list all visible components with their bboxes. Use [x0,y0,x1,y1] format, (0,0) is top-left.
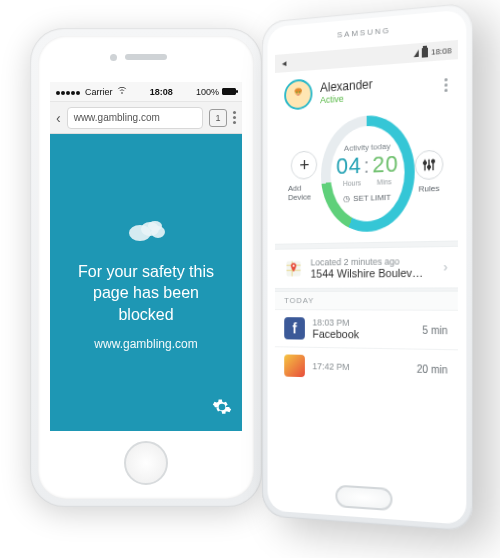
plus-icon: + [291,150,317,180]
rules-button[interactable]: Rules [415,149,444,193]
activity-mins: 20 [372,150,398,178]
samsung-device: SAMSUNG ◄ 18:08 Alexander [262,2,473,531]
browser-nav-bar: ‹ www.gambling.com 1 [50,102,242,134]
add-device-button[interactable]: + Add Device [288,150,321,202]
gear-icon[interactable] [212,397,232,421]
svg-point-3 [151,226,165,238]
rules-label: Rules [419,183,440,193]
set-limit-button[interactable]: ◷ SET LIMIT [344,193,391,204]
blocked-headline: For your safety this page has been block… [64,261,228,326]
back-icon[interactable]: ‹ [56,110,61,126]
chevron-right-icon: › [443,260,447,275]
address-bar[interactable]: www.gambling.com [67,107,203,129]
home-button[interactable] [335,485,392,512]
mins-unit: Mins [377,178,392,186]
blocked-site: www.gambling.com [94,337,197,351]
svg-point-15 [293,265,295,267]
facebook-icon: f [284,317,305,339]
app-row[interactable]: 17:42 PM 20 min [275,346,458,389]
ios-status-bar: Carrier 18:08 100% [50,82,242,102]
avatar [284,78,312,110]
svg-point-11 [424,161,427,164]
battery-icon [222,88,236,95]
home-button[interactable] [124,441,168,485]
hours-unit: Hours [343,179,361,187]
address-url: www.gambling.com [74,112,160,123]
tabs-button[interactable]: 1 [209,109,227,127]
wifi-icon [117,87,127,97]
cloud-icon [126,214,166,249]
tabs-count: 1 [215,113,220,123]
speaker-slot [125,54,167,60]
app-time: 17:42 PM [312,361,349,372]
blocked-page: For your safety this page has been block… [50,134,242,431]
location-row[interactable]: Located 2 minutes ago 1544 Wilshire Boul… [275,247,458,288]
nav-arrow-icon: ◄ [280,58,287,68]
sliders-icon [415,149,444,180]
iphone-screen: Carrier 18:08 100% ‹ www.gambling.com 1 [50,82,242,431]
samsung-screen: ◄ 18:08 Alexander Active [275,40,458,477]
status-time: 18:08 [150,87,173,97]
activity-dashboard: + Add Device Activity today 04 : 20 [275,108,458,244]
activity-hours: 04 [336,152,362,180]
clock-icon: ◷ [344,194,351,203]
set-limit-label: SET LIMIT [353,193,391,204]
status-time: 18:08 [431,45,452,56]
samsung-scene: SAMSUNG ◄ 18:08 Alexander [262,22,500,558]
overflow-menu-icon[interactable] [444,75,447,93]
svg-point-13 [432,159,435,162]
app-duration: 20 min [417,363,448,375]
add-device-label: Add Device [288,183,321,202]
samsung-bezel: SAMSUNG ◄ 18:08 Alexander [268,9,467,524]
overflow-menu-icon[interactable] [233,109,236,126]
app-name: Facebook [312,328,359,341]
battery-icon [422,47,428,57]
front-camera [110,54,117,61]
signal-dots-icon [56,87,81,97]
iphone-bezel: Carrier 18:08 100% ‹ www.gambling.com 1 [38,36,254,499]
today-header: TODAY [275,292,458,310]
app-duration: 5 min [422,324,447,336]
app-time: 18:03 PM [312,317,359,328]
signal-icon [414,49,419,57]
app-row[interactable]: f 18:03 PM Facebook 5 min [275,309,458,349]
svg-point-12 [428,165,431,168]
location-address: 1544 Wilshire Boulevard... [311,266,427,279]
iphone-device: Carrier 18:08 100% ‹ www.gambling.com 1 [30,28,262,507]
carrier-label: Carrier [85,87,113,97]
map-pin-icon [284,258,303,278]
app-icon [284,354,305,377]
activity-ring[interactable]: Activity today 04 : 20 Hours Mins [321,113,415,233]
battery-pct: 100% [196,87,219,97]
